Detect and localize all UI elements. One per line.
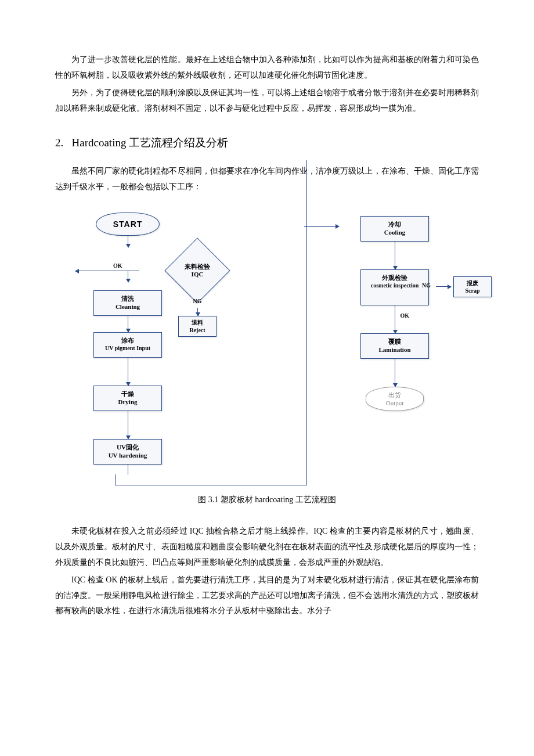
node-lamination: 覆膜 Lamination xyxy=(360,333,429,359)
iqc-cn: 来料检验 xyxy=(185,263,210,271)
node-cooling: 冷却 Cooling xyxy=(360,216,429,242)
label-ng-2: NG xyxy=(422,280,431,291)
node-output: 出货 Output xyxy=(366,387,424,412)
heading-number: 2. xyxy=(55,136,63,149)
iqc-en: IQC xyxy=(185,271,210,278)
node-iqc: 来料检验 IQC NG 退料 Reject xyxy=(163,250,232,291)
node-scrap: 报废 Scrap xyxy=(453,276,492,297)
paragraph-2: 另外，为了使得硬化层的顺利涂膜以及保证其均一性，可以将上述组合物溶于或者分散于溶… xyxy=(55,85,479,116)
flow-left-column: START OK 来料检验 IQC NG xyxy=(81,213,244,475)
node-uvhardening: UV固化 UV hardening xyxy=(93,439,162,465)
node-reject: 退料 Reject xyxy=(178,316,217,337)
label-ng: NG xyxy=(193,296,202,307)
paragraph-4: 未硬化板材在投入之前必须经过 IQC 抽检合格之后才能上线操作。IQC 检查的主… xyxy=(55,524,479,570)
paragraph-5: IQC 检查 OK 的板材上线后，首先要进行清洗工序，其目的是为了对未硬化板材进… xyxy=(55,573,479,619)
node-drying: 干燥 Drying xyxy=(93,386,162,411)
figure-caption: 图 3.1 塑胶板材 hardcoating 工艺流程图 xyxy=(55,492,479,508)
flow-right-column: 冷却 Cooling 外观检验 cosmetic inspection NG 报… xyxy=(337,213,453,475)
label-ok: OK xyxy=(113,260,122,271)
node-pigment: 涂布 UV pigment Input xyxy=(93,332,162,358)
heading-title: Hardcoating 工艺流程介绍及分析 xyxy=(72,136,229,149)
flowchart: START OK 来料检验 IQC NG xyxy=(55,213,479,475)
label-ok-2: OK xyxy=(400,310,410,321)
paragraph-3: 虽然不同厂家的硬化制程都不尽相同，但都要求在净化车间内作业，洁净度万级以上，在涂… xyxy=(55,164,479,195)
node-cleaning: 清洗 Cleaning xyxy=(93,290,162,316)
node-start: START xyxy=(96,213,160,236)
section-heading: 2. Hardcoating 工艺流程介绍及分析 xyxy=(55,132,479,153)
node-cosmetic: 外观检验 cosmetic inspection xyxy=(360,269,429,305)
paragraph-1: 为了进一步改善硬化层的性能。最好在上述组合物中加入各种添加剂，比如可以作为提高和… xyxy=(55,52,479,83)
